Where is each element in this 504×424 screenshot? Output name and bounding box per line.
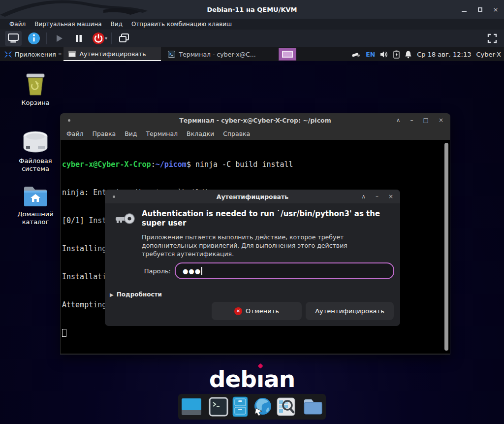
text-caret [201,267,202,275]
terminal-menu-view[interactable]: Вид [120,130,141,137]
battery-icon[interactable] [393,50,400,59]
window-title: Debian-11 на QEMU/KVM [0,0,504,19]
menu-virtual-machine[interactable]: Виртуальная машина [30,21,106,28]
fullscreen-button[interactable] [487,33,497,45]
close-button[interactable]: × [388,194,393,199]
virt-manager-window: Debian-11 на QEMU/KVM × Файл Виртуальная… [0,0,504,424]
titlebar: Debian-11 на QEMU/KVM × [0,0,504,19]
task-terminal[interactable]: Терминал - cyber-x@C... [163,47,260,61]
terminal-window-icon [168,51,175,58]
terminal-menu-edit[interactable]: Правка [88,130,121,137]
dock-file-manager-button[interactable] [232,396,249,417]
maximize-button[interactable]: □ [423,117,429,123]
hard-drive-icon [22,130,49,155]
details-expander[interactable]: ▶ Подробности [110,291,162,298]
notifications-bell-icon[interactable] [405,50,412,59]
close-button[interactable]: × [492,6,499,13]
workspace-window-preview [282,51,293,58]
dock-app-finder-button[interactable] [276,396,296,417]
cascade-windows-button[interactable] [116,31,132,46]
terminal-titlebar[interactable]: Терминал - cyber-x@Cyber-X-Crop: ~/picom… [60,113,450,127]
keyboard-layout-indicator[interactable]: EN [366,51,375,58]
auth-heading: Authentication is needed to run `/usr/bi… [142,209,393,228]
fullscreen-icon [487,33,497,43]
cancel-button[interactable]: ✕ Отменить [212,302,302,320]
shutdown-button[interactable] [90,31,107,46]
guest-desktop: Корзина Файловая система Домашний катало… [0,61,504,424]
terminal-menu-help[interactable]: Справка [219,130,254,137]
authenticate-label: Аутентифицировать [315,307,384,315]
pause-button[interactable] [70,31,87,46]
console-button[interactable] [5,31,22,46]
close-button[interactable]: × [439,117,443,123]
auth-dialog-titlebar[interactable]: Аутентифицировать ∧ – × [105,190,400,203]
prompt-user: cyber-x@Cyber-X-Crop [62,160,151,169]
pause-icon [75,34,83,43]
logo-text: deb [209,365,256,392]
auth-dialog-title: Аутентифицировать [105,190,400,203]
terminal-menubar: Файл Правка Вид Терминал Вкладки Справка [60,127,450,140]
terminal-menu-tabs[interactable]: Вкладки [182,130,219,137]
rollup-button[interactable]: ∧ [361,194,366,199]
details-button[interactable] [26,31,42,46]
terminal-scrollbar[interactable] [444,143,448,351]
cascade-windows-icon [119,33,129,44]
workspace-switcher[interactable] [279,48,296,61]
password-input[interactable]: ●●● [175,262,394,279]
task-label: Аутентифицировать [79,50,146,58]
password-label: Пароль: [105,267,171,275]
terminal-cursor-line [62,328,443,338]
auth-dialog: Аутентифицировать ∧ – × Authentication i… [105,190,400,326]
desktop-icon-home[interactable]: Домашний каталог [8,184,63,226]
monitor-icon [8,33,19,43]
user-indicator[interactable]: Cyber-X [476,51,501,58]
volume-icon[interactable] [380,51,388,58]
authenticate-button[interactable]: Аутентифицировать [306,302,394,320]
file-cabinet-icon [232,396,249,417]
power-icon [92,32,105,45]
toolbar: ▾ [0,30,504,47]
dialog-buttons: ✕ Отменить Аутентифицировать [212,302,394,320]
window-menu-dot-icon[interactable] [68,119,70,122]
details-label: Подробности [117,291,162,298]
task-authenticate[interactable]: Аутентифицировать [63,47,161,61]
run-button[interactable] [51,31,67,46]
info-icon [28,32,40,45]
prompt-path: ~/picom [156,160,187,169]
window-menu-dot-icon[interactable] [113,196,115,198]
dock-terminal-button[interactable] [209,396,228,417]
logo-text: an [264,365,295,392]
key-icon [115,211,135,226]
desktop-icon-filesystem[interactable]: Файловая система [8,130,63,173]
rollup-button[interactable]: ∧ [396,117,401,123]
minimize-button[interactable] [461,6,468,13]
trash-icon [23,72,48,97]
tool-tray-icon[interactable] [351,50,361,59]
terminal-menu-file[interactable]: Файл [62,130,88,137]
minimize-button[interactable]: – [376,194,378,199]
applications-menu[interactable]: Приложения [0,47,58,61]
terminal-menu-terminal[interactable]: Терминал [141,130,182,137]
dock [178,394,326,420]
menu-send-key[interactable]: Отправить комбинацию клавиш [127,21,236,28]
app-finder-icon [276,397,296,417]
desktop-icon-label: Файловая система [8,157,63,173]
menu-file[interactable]: Файл [5,21,30,28]
folder-icon [303,398,323,416]
toolbar-separator [111,33,112,44]
desktop-icon-label: Корзина [21,99,49,107]
menu-view[interactable]: Вид [106,21,127,28]
dock-web-browser-button[interactable] [252,396,273,417]
maximize-button[interactable] [476,6,483,13]
dock-folder-button[interactable] [303,396,323,417]
clock[interactable]: Ср 18 авг, 12:13 [417,51,471,58]
dock-show-desktop-button[interactable] [181,396,202,417]
auth-window-icon [68,51,76,57]
logo-text: ı [256,365,264,392]
desktop-icon-trash[interactable]: Корзина [8,72,63,107]
terminal-title: Терминал - cyber-x@Cyber-X-Crop: ~/picom [60,113,450,127]
kali-logo-icon [4,50,12,59]
minimize-button[interactable]: – [410,117,413,123]
play-icon [55,34,63,43]
shutdown-menu-caret[interactable]: ▾ [105,35,107,41]
